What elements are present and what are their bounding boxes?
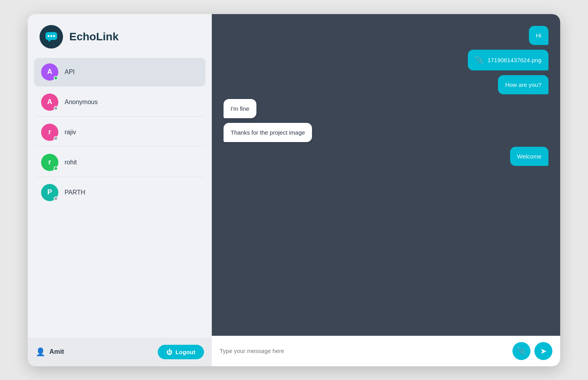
- logout-label: Logout: [175, 349, 195, 355]
- message-4: I'm fine: [224, 99, 256, 118]
- avatar-rohit: r: [41, 154, 58, 171]
- contact-name-rohit: rohit: [65, 159, 77, 166]
- status-dot-rajiv: [54, 136, 58, 140]
- app-logo: [40, 25, 63, 49]
- status-dot-rohit: [54, 166, 58, 171]
- file-name: 1719061437624.png: [487, 56, 541, 64]
- svg-point-2: [51, 35, 52, 37]
- sidebar: EchoLink AAPIAAnonymousrrajivrrohitPPART…: [28, 14, 212, 366]
- contact-item-parth[interactable]: PPARTH: [34, 178, 206, 207]
- message-3: How are you?: [498, 75, 548, 94]
- message-1: Hi: [529, 26, 548, 45]
- sidebar-header: EchoLink: [28, 14, 212, 58]
- contact-name-parth: PARTH: [65, 189, 85, 196]
- messages-container: Hi📎1719061437624.pngHow are you?I'm fine…: [212, 14, 560, 336]
- svg-point-1: [48, 35, 50, 37]
- chat-area: Hi📎1719061437624.pngHow are you?I'm fine…: [212, 14, 560, 366]
- message-2: 📎1719061437624.png: [468, 50, 548, 70]
- avatar-anonymous: A: [41, 94, 58, 111]
- contact-list: AAPIAAnonymousrrajivrrohitPPARTH: [28, 58, 212, 338]
- contact-name-api: API: [65, 68, 75, 76]
- current-user: 👤 Amit: [36, 347, 64, 357]
- attach-button[interactable]: 📎: [512, 342, 530, 360]
- contact-name-anonymous: Anonymous: [65, 99, 98, 106]
- contact-item-rohit[interactable]: rrohit: [34, 148, 206, 177]
- file-icon: 📎: [475, 55, 483, 65]
- send-button[interactable]: ➤: [534, 342, 552, 360]
- logout-icon: ⏻: [166, 349, 172, 355]
- contact-item-api[interactable]: AAPI: [34, 58, 206, 86]
- logout-button[interactable]: ⏻ Logout: [158, 345, 204, 359]
- app-container: EchoLink AAPIAAnonymousrrajivrrohitPPART…: [28, 14, 560, 366]
- status-dot-api: [54, 76, 58, 80]
- app-title: EchoLink: [69, 31, 119, 43]
- paperclip-icon: 📎: [517, 347, 526, 355]
- message-input[interactable]: [220, 348, 509, 354]
- avatar-api: A: [41, 63, 58, 81]
- contact-item-rajiv[interactable]: rrajiv: [34, 118, 206, 147]
- contact-name-rajiv: rajiv: [65, 129, 76, 136]
- contact-item-anonymous[interactable]: AAnonymous: [34, 88, 206, 117]
- current-user-name: Amit: [49, 348, 64, 356]
- sidebar-footer: 👤 Amit ⏻ Logout: [28, 338, 212, 366]
- svg-point-3: [53, 35, 55, 37]
- status-dot-parth: [54, 196, 58, 201]
- status-dot-anonymous: [54, 106, 58, 110]
- avatar-parth: P: [41, 184, 58, 201]
- chat-input-area: 📎 ➤: [212, 336, 560, 366]
- message-6: Welcome: [510, 147, 548, 166]
- avatar-rajiv: r: [41, 124, 58, 141]
- send-icon: ➤: [540, 346, 547, 356]
- user-icon: 👤: [36, 347, 45, 357]
- message-5: Thanks for the project image: [224, 123, 312, 142]
